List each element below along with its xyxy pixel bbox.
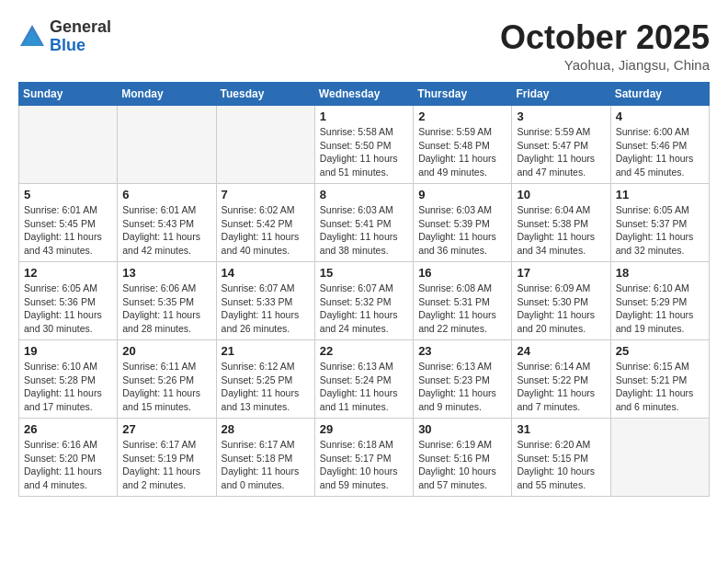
day-number: 20 bbox=[122, 344, 210, 358]
empty-cell bbox=[610, 419, 709, 497]
day-info: Sunrise: 6:10 AMSunset: 5:28 PMDaylight:… bbox=[24, 360, 112, 414]
day-cell-10: 10Sunrise: 6:04 AMSunset: 5:38 PMDayligh… bbox=[512, 184, 610, 262]
day-info: Sunrise: 6:05 AMSunset: 5:37 PMDaylight:… bbox=[616, 203, 704, 258]
day-number: 14 bbox=[222, 266, 310, 280]
day-info: Sunrise: 6:01 AMSunset: 5:43 PMDaylight:… bbox=[122, 203, 210, 258]
day-cell-31: 31Sunrise: 6:20 AMSunset: 5:15 PMDayligh… bbox=[512, 419, 610, 497]
day-info: Sunrise: 6:04 AMSunset: 5:38 PMDaylight:… bbox=[517, 203, 605, 258]
day-info: Sunrise: 6:19 AMSunset: 5:16 PMDaylight:… bbox=[418, 438, 506, 492]
day-cell-3: 3Sunrise: 5:59 AMSunset: 5:47 PMDaylight… bbox=[512, 106, 610, 184]
logo-blue: Blue bbox=[50, 37, 111, 55]
day-number: 16 bbox=[418, 266, 506, 280]
day-cell-17: 17Sunrise: 6:09 AMSunset: 5:30 PMDayligh… bbox=[512, 262, 610, 340]
day-info: Sunrise: 6:17 AMSunset: 5:19 PMDaylight:… bbox=[122, 438, 210, 492]
day-number: 1 bbox=[320, 109, 408, 123]
day-cell-9: 9Sunrise: 6:03 AMSunset: 5:39 PMDaylight… bbox=[414, 184, 512, 262]
day-number: 7 bbox=[222, 188, 310, 201]
day-cell-22: 22Sunrise: 6:13 AMSunset: 5:24 PMDayligh… bbox=[314, 340, 413, 419]
day-cell-28: 28Sunrise: 6:17 AMSunset: 5:18 PMDayligh… bbox=[216, 419, 314, 497]
logo-general: General bbox=[50, 18, 111, 37]
day-cell-1: 1Sunrise: 5:58 AMSunset: 5:50 PMDaylight… bbox=[314, 106, 413, 184]
day-info: Sunrise: 6:05 AMSunset: 5:36 PMDaylight:… bbox=[24, 282, 112, 336]
day-cell-30: 30Sunrise: 6:19 AMSunset: 5:16 PMDayligh… bbox=[414, 419, 512, 497]
day-cell-19: 19Sunrise: 6:10 AMSunset: 5:28 PMDayligh… bbox=[19, 340, 118, 419]
day-number: 26 bbox=[24, 422, 112, 436]
day-info: Sunrise: 6:17 AMSunset: 5:18 PMDaylight:… bbox=[222, 438, 310, 492]
day-cell-25: 25Sunrise: 6:15 AMSunset: 5:21 PMDayligh… bbox=[610, 340, 709, 419]
weekday-header-sunday: Sunday bbox=[19, 83, 118, 106]
day-number: 3 bbox=[517, 109, 605, 123]
day-number: 30 bbox=[418, 422, 506, 436]
day-info: Sunrise: 6:14 AMSunset: 5:22 PMDaylight:… bbox=[517, 360, 605, 414]
day-cell-21: 21Sunrise: 6:12 AMSunset: 5:25 PMDayligh… bbox=[216, 340, 314, 419]
day-cell-27: 27Sunrise: 6:17 AMSunset: 5:19 PMDayligh… bbox=[118, 419, 216, 497]
day-cell-13: 13Sunrise: 6:06 AMSunset: 5:35 PMDayligh… bbox=[118, 262, 216, 340]
week-row-4: 19Sunrise: 6:10 AMSunset: 5:28 PMDayligh… bbox=[19, 340, 710, 419]
day-info: Sunrise: 5:59 AMSunset: 5:47 PMDaylight:… bbox=[517, 125, 605, 179]
day-cell-14: 14Sunrise: 6:07 AMSunset: 5:33 PMDayligh… bbox=[216, 262, 314, 340]
day-cell-20: 20Sunrise: 6:11 AMSunset: 5:26 PMDayligh… bbox=[118, 340, 216, 419]
day-number: 25 bbox=[616, 344, 704, 358]
day-cell-26: 26Sunrise: 6:16 AMSunset: 5:20 PMDayligh… bbox=[19, 419, 118, 497]
day-number: 15 bbox=[320, 266, 408, 280]
day-number: 2 bbox=[418, 109, 506, 123]
empty-cell bbox=[118, 106, 216, 184]
day-number: 11 bbox=[616, 188, 704, 201]
day-number: 12 bbox=[24, 266, 112, 280]
calendar: SundayMondayTuesdayWednesdayThursdayFrid… bbox=[18, 82, 710, 497]
day-number: 13 bbox=[122, 266, 210, 280]
weekday-header-wednesday: Wednesday bbox=[314, 83, 413, 106]
day-cell-23: 23Sunrise: 6:13 AMSunset: 5:23 PMDayligh… bbox=[414, 340, 512, 419]
day-info: Sunrise: 6:08 AMSunset: 5:31 PMDaylight:… bbox=[418, 282, 506, 336]
day-info: Sunrise: 6:03 AMSunset: 5:41 PMDaylight:… bbox=[320, 203, 408, 258]
week-row-3: 12Sunrise: 6:05 AMSunset: 5:36 PMDayligh… bbox=[19, 262, 710, 340]
day-info: Sunrise: 6:02 AMSunset: 5:42 PMDaylight:… bbox=[222, 203, 310, 258]
weekday-header-row: SundayMondayTuesdayWednesdayThursdayFrid… bbox=[19, 83, 710, 106]
day-info: Sunrise: 6:06 AMSunset: 5:35 PMDaylight:… bbox=[122, 282, 210, 336]
day-number: 27 bbox=[122, 422, 210, 436]
day-info: Sunrise: 6:07 AMSunset: 5:33 PMDaylight:… bbox=[222, 282, 310, 336]
day-cell-7: 7Sunrise: 6:02 AMSunset: 5:42 PMDaylight… bbox=[216, 184, 314, 262]
week-row-5: 26Sunrise: 6:16 AMSunset: 5:20 PMDayligh… bbox=[19, 419, 710, 497]
day-info: Sunrise: 6:12 AMSunset: 5:25 PMDaylight:… bbox=[222, 360, 310, 414]
day-number: 10 bbox=[517, 188, 605, 201]
day-number: 5 bbox=[24, 188, 112, 201]
day-cell-29: 29Sunrise: 6:18 AMSunset: 5:17 PMDayligh… bbox=[314, 419, 413, 497]
page-header: General Blue October 2025 Yaohua, Jiangs… bbox=[18, 18, 710, 73]
day-info: Sunrise: 6:07 AMSunset: 5:32 PMDaylight:… bbox=[320, 282, 408, 336]
week-row-2: 5Sunrise: 6:01 AMSunset: 5:45 PMDaylight… bbox=[19, 184, 710, 262]
day-number: 29 bbox=[320, 422, 408, 436]
day-cell-2: 2Sunrise: 5:59 AMSunset: 5:48 PMDaylight… bbox=[414, 106, 512, 184]
weekday-header-saturday: Saturday bbox=[610, 83, 709, 106]
day-cell-12: 12Sunrise: 6:05 AMSunset: 5:36 PMDayligh… bbox=[19, 262, 118, 340]
day-number: 28 bbox=[222, 422, 310, 436]
day-info: Sunrise: 6:18 AMSunset: 5:17 PMDaylight:… bbox=[320, 438, 408, 492]
day-info: Sunrise: 6:03 AMSunset: 5:39 PMDaylight:… bbox=[418, 203, 506, 258]
logo-icon bbox=[18, 23, 46, 51]
weekday-header-tuesday: Tuesday bbox=[216, 83, 314, 106]
day-info: Sunrise: 6:09 AMSunset: 5:30 PMDaylight:… bbox=[517, 282, 605, 336]
day-cell-8: 8Sunrise: 6:03 AMSunset: 5:41 PMDaylight… bbox=[314, 184, 413, 262]
title-block: October 2025 Yaohua, Jiangsu, China bbox=[500, 18, 710, 73]
logo: General Blue bbox=[18, 18, 111, 55]
day-info: Sunrise: 6:13 AMSunset: 5:24 PMDaylight:… bbox=[320, 360, 408, 414]
day-cell-5: 5Sunrise: 6:01 AMSunset: 5:45 PMDaylight… bbox=[19, 184, 118, 262]
weekday-header-friday: Friday bbox=[512, 83, 610, 106]
day-number: 9 bbox=[418, 188, 506, 201]
day-cell-4: 4Sunrise: 6:00 AMSunset: 5:46 PMDaylight… bbox=[610, 106, 709, 184]
day-number: 6 bbox=[122, 188, 210, 201]
day-number: 4 bbox=[616, 109, 704, 123]
day-info: Sunrise: 6:15 AMSunset: 5:21 PMDaylight:… bbox=[616, 360, 704, 414]
day-info: Sunrise: 6:00 AMSunset: 5:46 PMDaylight:… bbox=[616, 125, 704, 179]
logo-text: General Blue bbox=[50, 18, 111, 55]
day-number: 24 bbox=[517, 344, 605, 358]
week-row-1: 1Sunrise: 5:58 AMSunset: 5:50 PMDaylight… bbox=[19, 106, 710, 184]
day-cell-15: 15Sunrise: 6:07 AMSunset: 5:32 PMDayligh… bbox=[314, 262, 413, 340]
day-cell-11: 11Sunrise: 6:05 AMSunset: 5:37 PMDayligh… bbox=[610, 184, 709, 262]
day-cell-6: 6Sunrise: 6:01 AMSunset: 5:43 PMDaylight… bbox=[118, 184, 216, 262]
day-number: 22 bbox=[320, 344, 408, 358]
day-info: Sunrise: 5:58 AMSunset: 5:50 PMDaylight:… bbox=[320, 125, 408, 179]
day-number: 18 bbox=[616, 266, 704, 280]
day-cell-18: 18Sunrise: 6:10 AMSunset: 5:29 PMDayligh… bbox=[610, 262, 709, 340]
day-info: Sunrise: 6:01 AMSunset: 5:45 PMDaylight:… bbox=[24, 203, 112, 258]
